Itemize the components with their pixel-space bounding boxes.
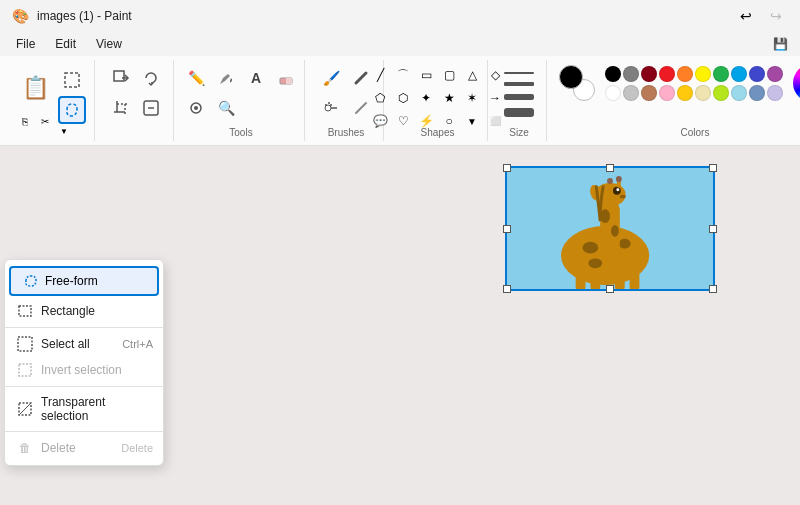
select-freeform-btn[interactable] [58, 96, 86, 124]
color-swatch[interactable] [695, 85, 711, 101]
color-swatch[interactable] [713, 66, 729, 82]
transparent-icon [17, 401, 33, 417]
rotate-btn[interactable] [137, 64, 165, 92]
color-swatch[interactable] [623, 66, 639, 82]
dropdown-delete-item[interactable]: 🗑 Delete Delete [5, 435, 163, 461]
color-swatch[interactable] [749, 66, 765, 82]
color-swatch[interactable] [767, 66, 783, 82]
rectangle-label: Rectangle [41, 304, 95, 318]
resize-btn[interactable] [107, 64, 135, 92]
select-dropdown-arrow[interactable]: ▼ [58, 126, 70, 136]
handle-tl[interactable] [503, 164, 511, 172]
save-btn[interactable]: 💾 [768, 32, 792, 56]
undo-btn[interactable]: ↩ [734, 4, 758, 28]
crop-btn[interactable] [107, 94, 135, 122]
colors-label: Colors [681, 127, 710, 138]
magnify-tool[interactable]: 🔍 [212, 94, 240, 122]
select-rectangle-btn[interactable] [58, 66, 86, 94]
color-swatch[interactable] [677, 85, 693, 101]
brushes-label: Brushes [328, 127, 365, 138]
dropdown-selectall-item[interactable]: Select all Ctrl+A [5, 331, 163, 357]
delete-label: Delete [41, 441, 76, 455]
svg-point-32 [616, 188, 619, 191]
svg-rect-44 [18, 337, 32, 351]
menu-edit[interactable]: Edit [47, 35, 84, 53]
colorpicker-tool[interactable] [182, 94, 210, 122]
brush1-btn[interactable]: 🖌️ [317, 64, 345, 92]
shape-line[interactable]: ╱ [369, 64, 391, 86]
svg-rect-43 [19, 306, 31, 316]
color-swatch[interactable] [605, 85, 621, 101]
color-swatch[interactable] [695, 66, 711, 82]
color-swatch[interactable] [623, 85, 639, 101]
handle-bm[interactable] [606, 285, 614, 293]
size-1px[interactable] [504, 72, 534, 74]
color-swatch[interactable] [641, 85, 657, 101]
color-swatch[interactable] [713, 85, 729, 101]
handle-ml[interactable] [503, 225, 511, 233]
shape-triangle[interactable]: △ [461, 64, 483, 86]
color-swatch[interactable] [659, 66, 675, 82]
fill-tool[interactable] [212, 64, 240, 92]
handle-mr[interactable] [709, 225, 717, 233]
canvas-area[interactable]: Free-form Rectangle Select all Ctrl+A In… [0, 146, 800, 505]
dropdown-freeform-item[interactable]: Free-form [9, 266, 159, 296]
color-swatch[interactable] [605, 66, 621, 82]
dropdown-rectangle-item[interactable]: Rectangle [5, 298, 163, 324]
shape-curve[interactable]: ⌒ [392, 64, 414, 86]
size-4px[interactable] [504, 94, 534, 100]
svg-point-15 [325, 104, 327, 106]
svg-rect-42 [630, 270, 640, 289]
size-label: Size [509, 127, 528, 138]
handle-tr[interactable] [709, 164, 717, 172]
dropdown-transparent-item[interactable]: Transparent selection [5, 390, 163, 428]
selected-image[interactable] [505, 166, 715, 291]
pencil-tool[interactable]: ✏️ [182, 64, 210, 92]
color-swatch[interactable] [749, 85, 765, 101]
brush3-btn[interactable] [317, 94, 345, 122]
handle-br[interactable] [709, 285, 717, 293]
svg-rect-0 [65, 73, 79, 87]
handle-tm[interactable] [606, 164, 614, 172]
color-wheel[interactable] [793, 64, 800, 102]
dropdown-invert-item[interactable]: Invert selection [5, 357, 163, 383]
redo-btn[interactable]: ↪ [764, 4, 788, 28]
shape-star5[interactable]: ★ [438, 87, 460, 109]
shape-roundrect[interactable]: ▢ [438, 64, 460, 86]
handle-bl[interactable] [503, 285, 511, 293]
shape-rect[interactable]: ▭ [415, 64, 437, 86]
clipboard-copy-btn[interactable]: ⎘ [16, 112, 34, 130]
color-swatch[interactable] [731, 85, 747, 101]
eraser-tool[interactable] [272, 64, 300, 92]
size-8px[interactable] [504, 108, 534, 117]
shape-pentagon[interactable]: ⬠ [369, 87, 391, 109]
svg-rect-1 [114, 71, 124, 81]
color-swatch[interactable] [731, 66, 747, 82]
svg-line-47 [19, 403, 31, 415]
svg-point-25 [619, 239, 631, 249]
image-section [99, 60, 174, 141]
shape-star6[interactable]: ✶ [461, 87, 483, 109]
image-props-btn[interactable] [137, 94, 165, 122]
color-swatch[interactable] [767, 85, 783, 101]
color-swatch[interactable] [677, 66, 693, 82]
shapes-section: ╱ ⌒ ▭ ▢ △ ◇ ⬠ ⬡ ✦ ★ ✶ → 💬 ♡ ⚡ ○ ▼ ⬜ Shap… [388, 60, 488, 141]
text-tool[interactable]: A [242, 64, 270, 92]
size-2px[interactable] [504, 82, 534, 86]
shape-hexagon[interactable]: ⬡ [392, 87, 414, 109]
color-swatch[interactable] [659, 85, 675, 101]
tools-section: ✏️ A 🔍 Tools [178, 60, 305, 141]
app-icon: 🎨 [12, 8, 29, 24]
primary-color-swatch[interactable] [559, 65, 583, 89]
menu-view[interactable]: View [88, 35, 130, 53]
clipboard-cut-btn[interactable]: ✂ [36, 112, 54, 130]
shape-star4[interactable]: ✦ [415, 87, 437, 109]
menu-divider-1 [5, 327, 163, 328]
svg-point-29 [611, 225, 619, 237]
clipboard-paste-btn[interactable]: 📋 [16, 66, 54, 110]
svg-point-16 [328, 102, 330, 104]
svg-rect-10 [286, 78, 292, 84]
menu-file[interactable]: File [8, 35, 43, 53]
color-swatch[interactable] [641, 66, 657, 82]
selectall-label: Select all [41, 337, 90, 351]
